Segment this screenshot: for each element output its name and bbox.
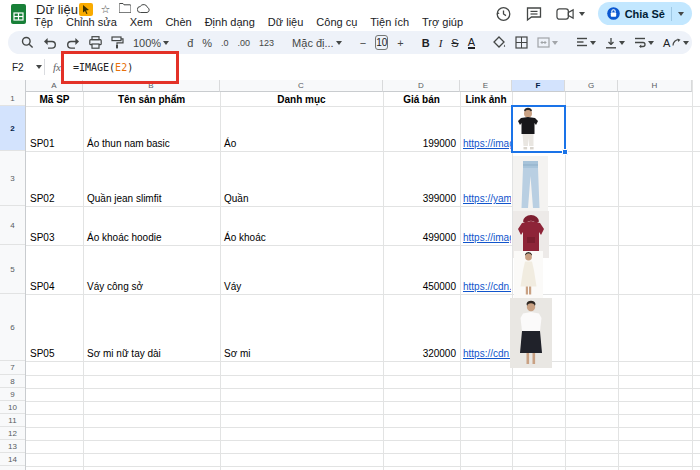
cell-a6[interactable]: SP05 xyxy=(30,348,54,359)
text-rotation-icon[interactable]: A xyxy=(663,37,689,49)
row-header-5[interactable]: 5 xyxy=(0,245,25,294)
cell-d4[interactable]: 499000 xyxy=(383,232,456,243)
product-image-shirt-skirt[interactable] xyxy=(510,298,552,372)
cell-e5-link[interactable]: https://cdn.kkfas xyxy=(463,281,511,292)
menu-insert[interactable]: Chèn xyxy=(165,16,191,28)
col-header-h[interactable]: H xyxy=(618,80,692,92)
row-header-7[interactable]: 7 xyxy=(0,361,25,375)
share-button[interactable]: Chia Sẻ xyxy=(598,2,692,25)
font-select[interactable]: Mặc đị... xyxy=(292,37,342,49)
borders-icon[interactable] xyxy=(515,36,528,49)
col-header-c[interactable]: C xyxy=(220,80,383,92)
cell-b4[interactable]: Áo khoác hoodie xyxy=(87,232,162,243)
menu-file[interactable]: Tệp xyxy=(34,16,53,28)
spreadsheet-grid[interactable]: A B C D E F G H 1 2 3 4 5 6 7 8 9 10 11 … xyxy=(0,80,700,470)
cell-a2[interactable]: SP01 xyxy=(30,138,54,149)
menu-help[interactable]: Trợ giúp xyxy=(422,16,463,28)
row-header-2-selected[interactable]: 2 xyxy=(0,106,25,151)
version-history-icon[interactable] xyxy=(494,5,512,23)
col-header-e[interactable]: E xyxy=(460,80,512,92)
row-header-10[interactable]: 10 xyxy=(0,401,25,414)
share-caret-icon[interactable] xyxy=(678,12,684,16)
number-format-button[interactable]: 123 xyxy=(259,38,274,48)
col-header-a[interactable]: A xyxy=(26,80,83,92)
cell-a3[interactable]: SP02 xyxy=(30,193,54,204)
fill-handle[interactable] xyxy=(562,149,568,155)
col-header-g[interactable]: G xyxy=(565,80,618,92)
paint-format-icon[interactable] xyxy=(111,36,124,49)
header-gia-ban[interactable]: Giá bán xyxy=(383,94,460,105)
cell-b2[interactable]: Áo thun nam basic xyxy=(87,138,170,149)
sheets-logo-icon[interactable] xyxy=(9,4,29,24)
menu-view[interactable]: Xem xyxy=(130,16,153,28)
decrease-decimal-button[interactable]: .0 xyxy=(221,38,229,48)
italic-button[interactable]: I xyxy=(439,37,443,49)
increase-font-size-button[interactable]: + xyxy=(397,37,403,49)
row-header-12[interactable]: 12 xyxy=(0,427,25,440)
document-title[interactable]: Dữ liệu xyxy=(36,2,78,17)
menu-edit[interactable]: Chỉnh sửa xyxy=(66,16,117,28)
row-header-6[interactable]: 6 xyxy=(0,294,25,361)
format-currency-button[interactable]: đ xyxy=(187,37,193,49)
cell-d5[interactable]: 450000 xyxy=(383,281,456,292)
format-percent-button[interactable]: % xyxy=(202,37,212,49)
row-header-3[interactable]: 3 xyxy=(0,151,25,206)
row-header-9[interactable]: 9 xyxy=(0,388,25,401)
move-folder-icon[interactable] xyxy=(118,3,131,16)
row-header-8[interactable]: 8 xyxy=(0,375,25,388)
col-header-f-selected[interactable]: F xyxy=(512,80,565,92)
increase-decimal-button[interactable]: .00 xyxy=(238,38,251,48)
product-image-jeans[interactable] xyxy=(513,156,548,218)
cell-e6-link[interactable]: https://cdn.hstati xyxy=(463,348,511,359)
meet-video-button[interactable] xyxy=(556,7,585,21)
star-icon[interactable]: ☆ xyxy=(99,3,112,16)
cell-d3[interactable]: 399000 xyxy=(383,193,456,204)
comments-icon[interactable] xyxy=(525,5,543,23)
row-header-15[interactable]: 15 xyxy=(0,466,25,470)
cell-c6[interactable]: Sơ mi xyxy=(224,348,251,359)
menu-format[interactable]: Định dạng xyxy=(205,16,255,28)
merge-cells-icon[interactable] xyxy=(537,36,558,49)
fill-color-icon[interactable] xyxy=(493,36,506,49)
selected-cell-f2[interactable] xyxy=(511,105,566,153)
undo-icon[interactable] xyxy=(43,37,57,49)
row-header-4[interactable]: 4 xyxy=(0,206,25,245)
cell-b5[interactable]: Váy công sở xyxy=(87,281,143,292)
print-icon[interactable] xyxy=(89,36,102,49)
cell-e3-link[interactable]: https://yame.vn/s xyxy=(463,193,511,204)
cell-a4[interactable]: SP03 xyxy=(30,232,54,243)
menu-data[interactable]: Dữ liệu xyxy=(268,16,304,28)
cell-e4-link[interactable]: https://image.uni xyxy=(463,232,511,243)
text-wrap-icon[interactable] xyxy=(634,37,654,48)
row-header-14[interactable]: 14 xyxy=(0,453,25,466)
redo-icon[interactable] xyxy=(66,37,80,49)
cell-c5[interactable]: Váy xyxy=(224,281,241,292)
menu-extensions[interactable]: Tiện ích xyxy=(370,16,409,28)
cell-c3[interactable]: Quần xyxy=(224,193,248,204)
font-size-input[interactable]: 10 xyxy=(375,35,388,50)
cell-d6[interactable]: 320000 xyxy=(383,348,456,359)
decrease-font-size-button[interactable]: − xyxy=(360,37,366,49)
cell-c4[interactable]: Áo khoác xyxy=(224,232,266,243)
formula-input[interactable]: =IMAGE(E2) xyxy=(73,62,133,73)
name-box[interactable]: F2 xyxy=(0,62,44,73)
cell-b6[interactable]: Sơ mi nữ tay dài xyxy=(87,348,161,359)
header-link-anh[interactable]: Link ảnh xyxy=(460,94,512,105)
zoom-select[interactable]: 100% xyxy=(133,37,169,49)
header-ten-san-pham[interactable]: Tên sản phẩm xyxy=(83,94,220,105)
strikethrough-button[interactable]: S xyxy=(451,37,458,49)
cell-b3[interactable]: Quần jean slimfit xyxy=(87,193,161,204)
col-header-d[interactable]: D xyxy=(383,80,460,92)
menu-tools[interactable]: Công cụ xyxy=(316,16,357,28)
cell-e2-link[interactable]: https://image.hm xyxy=(463,138,511,149)
row-header-11[interactable]: 11 xyxy=(0,414,25,427)
row-header-1[interactable]: 1 xyxy=(0,92,25,106)
col-header-b[interactable]: B xyxy=(83,80,220,92)
cell-d2[interactable]: 199000 xyxy=(383,138,456,149)
vertical-align-icon[interactable] xyxy=(605,37,625,49)
product-image-white-dress[interactable] xyxy=(514,251,543,302)
cell-c2[interactable]: Áo xyxy=(224,138,236,149)
cloud-status-icon[interactable] xyxy=(137,3,150,16)
header-ma-sp[interactable]: Mã SP xyxy=(26,94,83,105)
text-color-button[interactable]: A xyxy=(468,37,475,49)
